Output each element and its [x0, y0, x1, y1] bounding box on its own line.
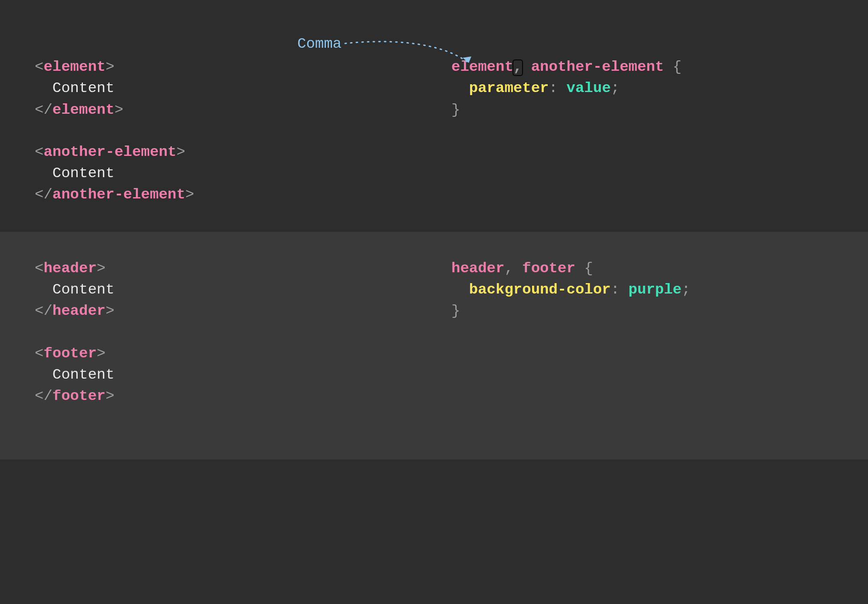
slash: /: [43, 102, 52, 118]
brace-open: {: [584, 260, 593, 277]
angle-close: >: [105, 59, 114, 75]
slash: /: [43, 303, 52, 319]
selector-comma: ,: [504, 260, 513, 277]
html-block-element: <element> Content </element>: [35, 56, 417, 121]
semicolon: ;: [611, 80, 619, 96]
slash: /: [43, 388, 52, 404]
css-property: parameter: [469, 80, 549, 96]
annotation-label: Comma: [297, 36, 342, 52]
angle-open: <: [35, 303, 43, 319]
angle-close: >: [97, 260, 105, 277]
selector-comma: ,: [513, 59, 522, 75]
angle-close: >: [105, 303, 114, 319]
selector-2: another-element: [531, 59, 664, 75]
css-rule-header-footer: header, footer { background-color: purpl…: [451, 258, 833, 322]
colon: :: [611, 281, 619, 298]
selector-1: header: [451, 260, 504, 277]
html-block-footer: <footer> Content </footer>: [35, 343, 417, 407]
brace-open: {: [673, 59, 681, 75]
angle-open: <: [35, 388, 43, 404]
tag-name: another-element: [53, 186, 185, 203]
angle-open: <: [35, 345, 43, 362]
angle-open: <: [35, 186, 43, 203]
element-content: Content: [53, 165, 115, 182]
html-column-top: <element> Content </element> <another-el…: [35, 56, 434, 206]
angle-open: <: [35, 59, 43, 75]
angle-open: <: [35, 260, 43, 277]
html-column-bottom: <header> Content </header> <footer> Cont…: [35, 258, 434, 407]
css-property: background-color: [469, 281, 611, 298]
element-content: Content: [53, 80, 115, 96]
semicolon: ;: [682, 281, 690, 298]
css-value: value: [566, 80, 611, 96]
css-rule-generic: element, another-element { parameter: va…: [451, 56, 833, 121]
tag-name: footer: [43, 345, 96, 362]
tag-name: header: [43, 260, 96, 277]
element-content: Content: [53, 281, 115, 298]
tag-name: element: [43, 59, 105, 75]
example-generic-row: <element> Content </element> <another-el…: [0, 0, 868, 232]
tag-name: footer: [53, 388, 105, 404]
colon: :: [549, 80, 557, 96]
selector-1: element: [451, 59, 513, 75]
html-block-another-element: <another-element> Content </another-elem…: [35, 142, 417, 206]
angle-close: >: [105, 388, 114, 404]
selector-2: footer: [522, 260, 575, 277]
css-value: purple: [628, 281, 681, 298]
html-block-header: <header> Content </header>: [35, 258, 417, 322]
example-header-footer-row: <header> Content </header> <footer> Cont…: [0, 232, 868, 459]
angle-open: <: [35, 144, 43, 160]
angle-open: <: [35, 102, 43, 118]
angle-close: >: [176, 144, 185, 160]
brace-close: }: [451, 303, 460, 319]
slash: /: [43, 186, 52, 203]
tag-name: header: [53, 303, 105, 319]
angle-close: >: [115, 102, 123, 118]
angle-close: >: [185, 186, 194, 203]
css-column-top: element, another-element { parameter: va…: [434, 56, 833, 121]
css-column-bottom: header, footer { background-color: purpl…: [434, 258, 833, 322]
brace-close: }: [451, 102, 460, 118]
element-content: Content: [53, 366, 115, 383]
code-diagram: <element> Content </element> <another-el…: [0, 0, 868, 604]
tag-name: another-element: [43, 144, 176, 160]
angle-close: >: [97, 345, 105, 362]
tag-name: element: [53, 102, 115, 118]
